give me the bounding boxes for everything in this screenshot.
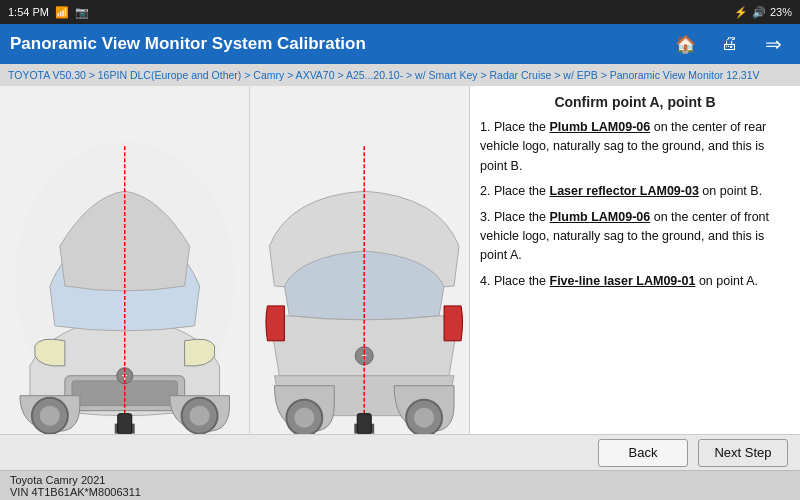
svg-point-19 — [414, 408, 434, 428]
svg-point-17 — [294, 408, 314, 428]
instructions-list: 1. Place the Plumb LAM09-06 on the cente… — [480, 118, 790, 291]
time-display: 1:54 PM — [8, 6, 49, 18]
svg-rect-23 — [118, 414, 132, 434]
step-2: 2. Place the Laser reflector LAM09-03 on… — [480, 182, 790, 201]
status-left: 1:54 PM 📶 📷 — [8, 6, 89, 19]
step-1-highlight: Plumb LAM09-06 — [550, 120, 651, 134]
back-button[interactable]: Back — [598, 439, 688, 467]
page-title: Panoramic View Monitor System Calibratio… — [10, 34, 366, 54]
title-bar: Panoramic View Monitor System Calibratio… — [0, 24, 800, 64]
buttons-bar: Back Next Step — [0, 434, 800, 470]
step-1: 1. Place the Plumb LAM09-06 on the cente… — [480, 118, 790, 176]
breadcrumb-text: TOYOTA V50.30 > 16PIN DLC(Europe and Oth… — [8, 69, 760, 81]
svg-point-7 — [40, 406, 60, 426]
status-bar: 1:54 PM 📶 📷 ⚡ 🔊 23% — [0, 0, 800, 24]
bluetooth-icon: ⚡ — [734, 6, 748, 19]
step-3-before: Place the — [494, 210, 550, 224]
footer: Toyota Camry 2021 VIN 4T1B61AK*M8006311 — [0, 470, 800, 500]
step-4-before: Place the — [494, 274, 550, 288]
vehicle-vin: VIN 4T1B61AK*M8006311 — [10, 486, 141, 498]
svg-rect-25 — [357, 414, 371, 434]
main-content: T A — [0, 86, 800, 434]
car-scene-svg: T A — [0, 86, 469, 434]
home-button[interactable]: 🏠 — [668, 29, 702, 59]
step-4-highlight: Five-line laser LAM09-01 — [550, 274, 696, 288]
step-2-after: on point B. — [699, 184, 762, 198]
export-button[interactable]: ⇒ — [756, 29, 790, 59]
step-3-num: 3. — [480, 210, 494, 224]
video-icon: 📷 — [75, 6, 89, 19]
step-4-num: 4. — [480, 274, 494, 288]
car-diagram-panel: T A — [0, 86, 470, 434]
wifi-icon: 🔊 — [752, 6, 766, 19]
section-heading: Confirm point A, point B — [480, 94, 790, 110]
step-1-before: Place the — [494, 120, 550, 134]
status-right: ⚡ 🔊 23% — [734, 6, 792, 19]
step-3: 3. Place the Plumb LAM09-06 on the cente… — [480, 208, 790, 266]
instructions-panel: Confirm point A, point B 1. Place the Pl… — [470, 86, 800, 434]
step-3-highlight: Plumb LAM09-06 — [550, 210, 651, 224]
sim-icon: 📶 — [55, 6, 69, 19]
step-2-before: Place the — [494, 184, 550, 198]
next-step-button[interactable]: Next Step — [698, 439, 788, 467]
step-4-after: on point A. — [695, 274, 758, 288]
svg-point-9 — [190, 406, 210, 426]
vehicle-model: Toyota Camry 2021 — [10, 474, 141, 486]
step-4: 4. Place the Five-line laser LAM09-01 on… — [480, 272, 790, 291]
step-1-num: 1. — [480, 120, 494, 134]
breadcrumb: TOYOTA V50.30 > 16PIN DLC(Europe and Oth… — [0, 64, 800, 86]
print-button[interactable]: 🖨 — [712, 29, 746, 59]
footer-info: Toyota Camry 2021 VIN 4T1B61AK*M8006311 — [10, 474, 141, 498]
battery-display: 23% — [770, 6, 792, 18]
step-2-num: 2. — [480, 184, 494, 198]
step-2-highlight: Laser reflector LAM09-03 — [550, 184, 699, 198]
title-icons: 🏠 🖨 ⇒ — [668, 29, 790, 59]
